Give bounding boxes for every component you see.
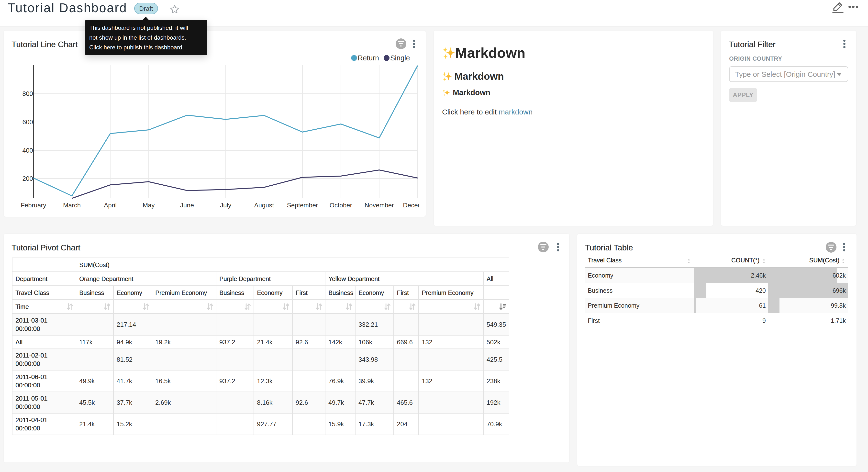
svg-text:November: November — [365, 202, 394, 209]
svg-text:October: October — [330, 202, 352, 209]
svg-text:400: 400 — [23, 147, 33, 154]
svg-text:800: 800 — [23, 90, 33, 97]
svg-text:May: May — [143, 202, 155, 209]
svg-text:March: March — [63, 202, 81, 209]
svg-text:April: April — [104, 202, 117, 209]
svg-text:February: February — [21, 202, 46, 209]
svg-text:August: August — [254, 202, 274, 209]
svg-text:July: July — [220, 202, 231, 209]
svg-text:June: June — [180, 202, 194, 209]
svg-text:Return: Return — [358, 54, 379, 62]
svg-text:September: September — [287, 202, 318, 209]
svg-text:Single: Single — [390, 54, 410, 62]
svg-text:600: 600 — [23, 118, 33, 126]
svg-text:200: 200 — [23, 175, 33, 182]
